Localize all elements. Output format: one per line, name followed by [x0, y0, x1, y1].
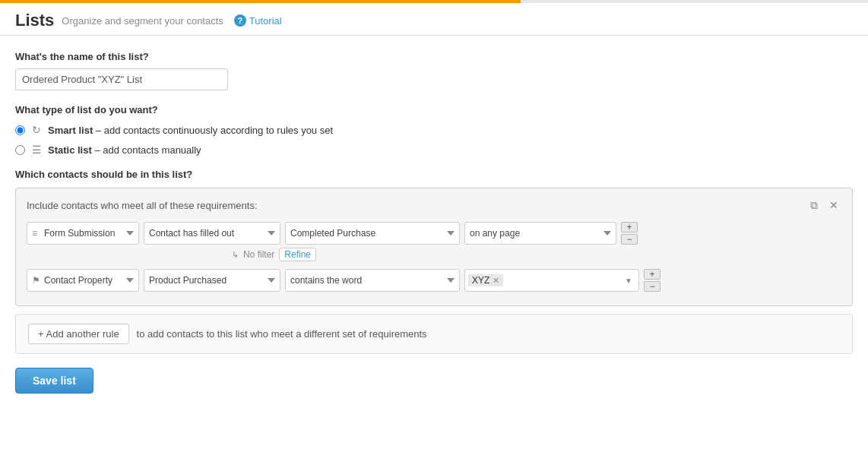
close-rules-button[interactable]: ✕: [826, 198, 841, 213]
no-filter-row: ↳ No filter Refine: [27, 248, 841, 261]
smart-list-label[interactable]: Smart list – add contacts continuously a…: [48, 125, 333, 136]
rule2-plus-button[interactable]: +: [644, 269, 661, 280]
rules-header-actions: ⧉ ✕: [806, 198, 841, 213]
rule2-minus-button[interactable]: −: [644, 281, 661, 292]
rules-header-text: Include contacts who meet all of these r…: [27, 200, 258, 211]
add-another-rule-button[interactable]: + Add another rule: [28, 324, 129, 344]
rule2-plus-minus: + −: [644, 269, 661, 292]
rule1-col4-select[interactable]: on any page: [464, 222, 616, 245]
tutorial-label: Tutorial: [249, 15, 282, 27]
static-list-label[interactable]: Static list – add contacts manually: [48, 144, 201, 156]
smart-list-option: ↻ Smart list – add contacts continuously…: [15, 123, 853, 137]
rules-container: Include contacts who meet all of these r…: [15, 188, 853, 306]
static-list-option: ☰ Static list – add contacts manually: [15, 143, 853, 157]
refine-link[interactable]: Refine: [279, 248, 316, 261]
rule1-col2-select[interactable]: Contact has filled out: [144, 222, 280, 245]
contacts-section-label: Which contacts should be in this list?: [15, 169, 853, 180]
smart-list-radio[interactable]: [15, 125, 25, 135]
copy-rules-button[interactable]: ⧉: [806, 198, 822, 213]
static-list-radio[interactable]: [15, 145, 25, 155]
page-title: Lists: [15, 11, 54, 30]
rule2-col2-select[interactable]: Product Purchased: [144, 269, 280, 292]
no-filter-text: No filter: [243, 249, 274, 260]
arrow-icon: ↳: [232, 250, 239, 260]
rule2-col3-select[interactable]: contains the word: [285, 269, 460, 292]
tag-input[interactable]: XYZ ✕ ▼: [464, 269, 639, 292]
page-subtitle: Organize and segment your contacts: [62, 15, 223, 27]
rule-row-2: ⚑ Contact Property Product Purchased con…: [27, 269, 841, 292]
xyz-tag-remove[interactable]: ✕: [493, 277, 499, 285]
save-list-button[interactable]: Save list: [15, 368, 93, 394]
smart-list-icon: ↻: [30, 123, 43, 137]
xyz-tag: XYZ ✕: [468, 274, 503, 286]
rule1-col1-select[interactable]: Form Submission: [27, 222, 139, 245]
add-rule-description: to add contacts to this list who meet a …: [137, 328, 427, 340]
rule2-col1-container: ⚑ Contact Property: [27, 269, 139, 292]
rule1-plus-minus: + −: [621, 222, 638, 245]
add-rule-container: + Add another rule to add contacts to th…: [15, 314, 853, 354]
rules-header: Include contacts who meet all of these r…: [27, 198, 841, 213]
name-section-label: What's the name of this list?: [15, 51, 853, 62]
tutorial-icon: ?: [234, 14, 246, 27]
rule1-col3-select[interactable]: Completed Purchase: [285, 222, 460, 245]
header: Lists Organize and segment your contacts…: [0, 3, 868, 36]
name-section: What's the name of this list?: [15, 51, 853, 104]
tutorial-link[interactable]: ? Tutorial: [234, 14, 282, 27]
rule1-col1-container: ≡ Form Submission: [27, 222, 139, 245]
rule2-col1-select[interactable]: Contact Property: [27, 269, 139, 292]
type-section-label: What type of list do you want?: [15, 104, 853, 115]
type-section: What type of list do you want? ↻ Smart l…: [15, 104, 853, 157]
tag-dropdown-arrow: ▼: [625, 277, 635, 285]
list-name-input[interactable]: [15, 68, 228, 90]
xyz-tag-value: XYZ: [472, 275, 489, 286]
rule-row-1: ≡ Form Submission Contact has filled out…: [27, 222, 841, 245]
contacts-section: Which contacts should be in this list? I…: [15, 169, 853, 354]
rule1-minus-button[interactable]: −: [621, 234, 638, 245]
rule1-plus-button[interactable]: +: [621, 222, 638, 232]
static-list-icon: ☰: [30, 143, 43, 157]
